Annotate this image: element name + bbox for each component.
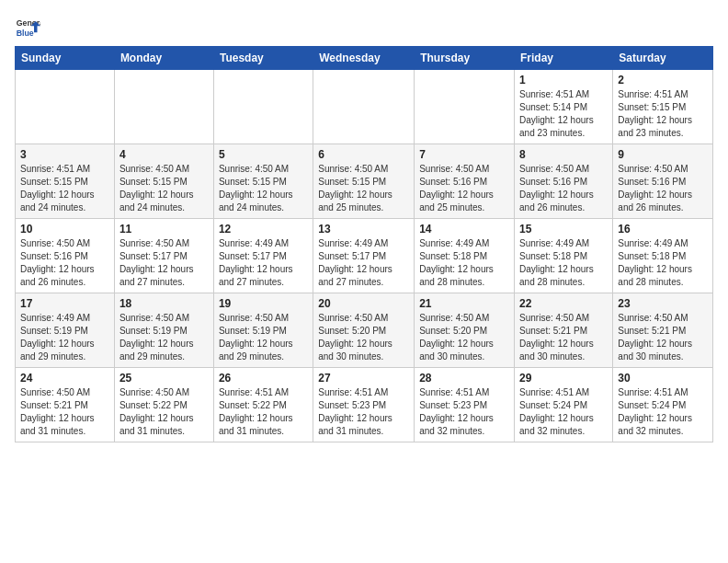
calendar-cell: 14Sunrise: 4:49 AM Sunset: 5:18 PM Dayli… [415,219,515,293]
day-number: 8 [519,148,608,161]
calendar-header-monday: Monday [114,47,213,70]
day-number: 15 [519,223,608,236]
calendar-cell: 11Sunrise: 4:50 AM Sunset: 5:17 PM Dayli… [114,219,213,293]
calendar-table: SundayMondayTuesdayWednesdayThursdayFrid… [15,46,713,442]
day-info: Sunrise: 4:51 AM Sunset: 5:23 PM Dayligh… [318,386,409,438]
day-info: Sunrise: 4:50 AM Sunset: 5:15 PM Dayligh… [318,163,409,214]
day-info: Sunrise: 4:49 AM Sunset: 5:18 PM Dayligh… [419,237,509,289]
day-info: Sunrise: 4:50 AM Sunset: 5:21 PM Dayligh… [20,386,109,438]
calendar-cell: 25Sunrise: 4:50 AM Sunset: 5:22 PM Dayli… [114,368,213,442]
day-info: Sunrise: 4:49 AM Sunset: 5:17 PM Dayligh… [318,237,409,289]
day-number: 16 [618,223,708,236]
day-number: 24 [20,372,109,385]
day-info: Sunrise: 4:50 AM Sunset: 5:19 PM Dayligh… [119,312,209,363]
day-number: 4 [119,148,209,161]
calendar-cell: 29Sunrise: 4:51 AM Sunset: 5:24 PM Dayli… [515,368,613,442]
day-number: 3 [20,148,109,161]
day-info: Sunrise: 4:50 AM Sunset: 5:16 PM Dayligh… [20,237,109,289]
day-number: 30 [618,372,708,385]
calendar-cell: 8Sunrise: 4:50 AM Sunset: 5:16 PM Daylig… [515,144,613,219]
day-number: 13 [318,223,409,236]
calendar-cell: 7Sunrise: 4:50 AM Sunset: 5:16 PM Daylig… [415,144,515,219]
day-number: 21 [419,297,509,310]
calendar-cell: 21Sunrise: 4:50 AM Sunset: 5:20 PM Dayli… [415,293,515,368]
day-info: Sunrise: 4:49 AM Sunset: 5:17 PM Dayligh… [219,237,308,289]
calendar-cell: 30Sunrise: 4:51 AM Sunset: 5:24 PM Dayli… [613,368,713,442]
day-info: Sunrise: 4:50 AM Sunset: 5:22 PM Dayligh… [119,386,209,438]
day-info: Sunrise: 4:49 AM Sunset: 5:18 PM Dayligh… [519,237,608,289]
day-number: 29 [519,372,608,385]
calendar-cell [114,70,213,144]
calendar-cell: 18Sunrise: 4:50 AM Sunset: 5:19 PM Dayli… [114,293,213,368]
calendar-cell: 16Sunrise: 4:49 AM Sunset: 5:18 PM Dayli… [613,219,713,293]
calendar-cell: 2Sunrise: 4:51 AM Sunset: 5:15 PM Daylig… [613,70,713,144]
day-info: Sunrise: 4:51 AM Sunset: 5:23 PM Dayligh… [419,386,509,438]
day-info: Sunrise: 4:50 AM Sunset: 5:21 PM Dayligh… [618,312,708,363]
calendar-cell: 24Sunrise: 4:50 AM Sunset: 5:21 PM Dayli… [16,368,115,442]
calendar-header-thursday: Thursday [415,47,515,70]
day-info: Sunrise: 4:50 AM Sunset: 5:20 PM Dayligh… [318,312,409,363]
calendar-cell: 19Sunrise: 4:50 AM Sunset: 5:19 PM Dayli… [213,293,313,368]
day-number: 18 [119,297,209,310]
day-info: Sunrise: 4:51 AM Sunset: 5:15 PM Dayligh… [618,88,708,140]
calendar-cell: 17Sunrise: 4:49 AM Sunset: 5:19 PM Dayli… [16,293,115,368]
calendar-header-tuesday: Tuesday [213,47,313,70]
day-info: Sunrise: 4:50 AM Sunset: 5:19 PM Dayligh… [219,312,308,363]
calendar-cell: 3Sunrise: 4:51 AM Sunset: 5:15 PM Daylig… [16,144,115,219]
calendar-cell: 5Sunrise: 4:50 AM Sunset: 5:15 PM Daylig… [213,144,313,219]
calendar-cell [213,70,313,144]
calendar-cell: 22Sunrise: 4:50 AM Sunset: 5:21 PM Dayli… [515,293,613,368]
day-number: 6 [318,148,409,161]
calendar-header-row: SundayMondayTuesdayWednesdayThursdayFrid… [16,47,713,70]
day-info: Sunrise: 4:50 AM Sunset: 5:16 PM Dayligh… [519,163,608,214]
calendar-cell [16,70,115,144]
calendar-header-friday: Friday [515,47,613,70]
calendar-cell: 10Sunrise: 4:50 AM Sunset: 5:16 PM Dayli… [16,219,115,293]
day-info: Sunrise: 4:50 AM Sunset: 5:16 PM Dayligh… [419,163,509,214]
calendar-week-row: 24Sunrise: 4:50 AM Sunset: 5:21 PM Dayli… [16,368,713,442]
calendar-cell: 23Sunrise: 4:50 AM Sunset: 5:21 PM Dayli… [613,293,713,368]
logo-icon: General Blue [15,15,40,40]
calendar-header-wednesday: Wednesday [313,47,415,70]
day-number: 12 [219,223,308,236]
day-number: 20 [318,297,409,310]
day-number: 5 [219,148,308,161]
svg-text:Blue: Blue [17,29,34,38]
calendar-cell: 20Sunrise: 4:50 AM Sunset: 5:20 PM Dayli… [313,293,415,368]
page-header: General Blue [15,15,713,40]
calendar-cell: 4Sunrise: 4:50 AM Sunset: 5:15 PM Daylig… [114,144,213,219]
calendar-week-row: 10Sunrise: 4:50 AM Sunset: 5:16 PM Dayli… [16,219,713,293]
day-number: 1 [519,74,608,86]
calendar-cell: 6Sunrise: 4:50 AM Sunset: 5:15 PM Daylig… [313,144,415,219]
day-info: Sunrise: 4:51 AM Sunset: 5:22 PM Dayligh… [219,386,308,438]
day-info: Sunrise: 4:51 AM Sunset: 5:14 PM Dayligh… [519,88,608,140]
day-info: Sunrise: 4:50 AM Sunset: 5:21 PM Dayligh… [519,312,608,363]
calendar-cell: 13Sunrise: 4:49 AM Sunset: 5:17 PM Dayli… [313,219,415,293]
logo: General Blue [15,15,40,40]
day-info: Sunrise: 4:50 AM Sunset: 5:17 PM Dayligh… [119,237,209,289]
calendar-body: 1Sunrise: 4:51 AM Sunset: 5:14 PM Daylig… [16,70,713,442]
day-number: 9 [618,148,708,161]
calendar-header-sunday: Sunday [16,47,115,70]
day-number: 28 [419,372,509,385]
day-number: 10 [20,223,109,236]
calendar-cell: 15Sunrise: 4:49 AM Sunset: 5:18 PM Dayli… [515,219,613,293]
calendar-header-saturday: Saturday [613,47,713,70]
day-number: 19 [219,297,308,310]
day-number: 26 [219,372,308,385]
day-number: 7 [419,148,509,161]
day-info: Sunrise: 4:50 AM Sunset: 5:15 PM Dayligh… [119,163,209,214]
day-number: 23 [618,297,708,310]
calendar-cell: 9Sunrise: 4:50 AM Sunset: 5:16 PM Daylig… [613,144,713,219]
calendar-cell [313,70,415,144]
calendar-cell [415,70,515,144]
day-info: Sunrise: 4:50 AM Sunset: 5:15 PM Dayligh… [219,163,308,214]
calendar-cell: 27Sunrise: 4:51 AM Sunset: 5:23 PM Dayli… [313,368,415,442]
day-number: 17 [20,297,109,310]
day-number: 22 [519,297,608,310]
calendar-week-row: 3Sunrise: 4:51 AM Sunset: 5:15 PM Daylig… [16,144,713,219]
day-info: Sunrise: 4:51 AM Sunset: 5:15 PM Dayligh… [20,163,109,214]
day-info: Sunrise: 4:50 AM Sunset: 5:16 PM Dayligh… [618,163,708,214]
day-info: Sunrise: 4:49 AM Sunset: 5:18 PM Dayligh… [618,237,708,289]
day-info: Sunrise: 4:51 AM Sunset: 5:24 PM Dayligh… [618,386,708,438]
